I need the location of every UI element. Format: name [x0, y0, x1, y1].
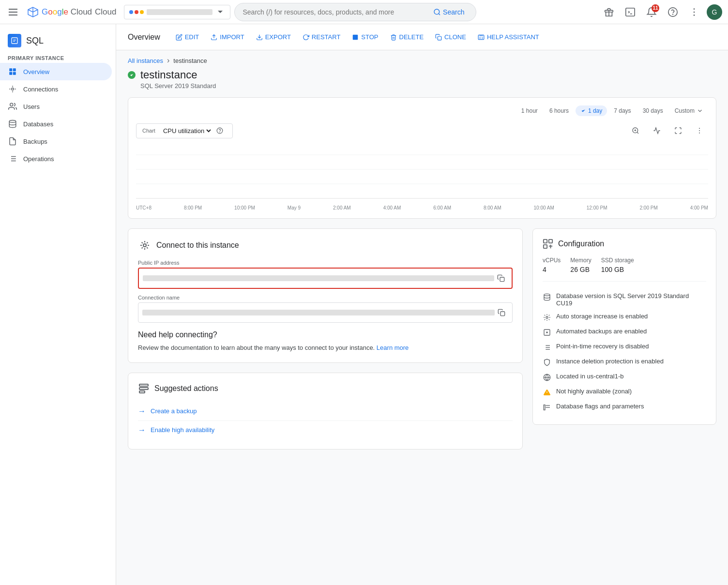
clone-icon — [435, 34, 442, 41]
chart-expand-button[interactable] — [669, 122, 687, 139]
gift-button[interactable] — [600, 3, 618, 21]
time-label-5: 4:00 AM — [383, 205, 401, 210]
time-custom-button[interactable]: Custom — [670, 105, 708, 116]
delete-icon — [390, 34, 397, 41]
delete-button[interactable]: DELETE — [384, 30, 430, 44]
project-selector[interactable] — [124, 5, 230, 19]
sidebar-item-databases[interactable]: Databases — [0, 115, 112, 133]
time-label-2: 10:00 PM — [234, 205, 255, 210]
edit-button[interactable]: EDIT — [170, 30, 205, 44]
connect-title-text: Connect to this instance — [156, 241, 239, 250]
arrow-icon-0: → — [138, 407, 146, 416]
google-cloud-icon — [27, 6, 39, 18]
clone-button[interactable]: CLONE — [429, 30, 472, 44]
learn-more-link[interactable]: Learn more — [377, 344, 409, 351]
google-cloud-logo[interactable]: Google Cloud Cloud — [27, 6, 116, 18]
sidebar-item-operations[interactable]: Operations — [0, 150, 112, 167]
avatar[interactable]: G — [707, 4, 722, 20]
search-input[interactable] — [243, 8, 429, 16]
connection-name-field — [138, 302, 513, 323]
chart-section: 1 hour 6 hours 1 day 7 days 30 days Cust… — [128, 97, 716, 219]
storage-label: SSD storage — [601, 257, 634, 264]
chart-type-select[interactable]: CPU utilization — [161, 127, 212, 135]
help-assistant-icon — [478, 34, 485, 41]
chart-more-button[interactable] — [691, 122, 708, 139]
overview-icon — [8, 67, 17, 76]
sidebar-backups-label: Backups — [23, 138, 47, 145]
svg-point-13 — [12, 88, 14, 90]
suggested-actions-icon — [138, 383, 150, 394]
help-desc-text: Review the documentation to learn about … — [138, 344, 375, 351]
copy-conn-icon — [498, 309, 505, 316]
warning-triangle-icon — [543, 389, 551, 396]
help-assistant-button[interactable]: HELP ASSISTANT — [472, 30, 545, 44]
svg-rect-11 — [9, 72, 12, 75]
instance-header: testinstance SQL Server 2019 Standard — [116, 67, 728, 97]
time-6h-button[interactable]: 6 hours — [545, 105, 574, 116]
import-icon — [211, 34, 217, 41]
public-ip-value — [143, 275, 494, 281]
help-button[interactable] — [664, 3, 682, 21]
storage-value: 100 GB — [601, 266, 634, 273]
export-button[interactable]: EXPORT — [250, 30, 297, 44]
instance-subtitle: SQL Server 2019 Standard — [128, 82, 716, 90]
svg-rect-41 — [139, 388, 148, 390]
time-7d-button[interactable]: 7 days — [609, 105, 636, 116]
breadcrumb-current: testinstance — [173, 57, 207, 64]
notifications-button[interactable]: 11 — [643, 3, 660, 21]
sidebar-item-overview[interactable]: Overview — [0, 63, 112, 80]
more-options-button[interactable] — [685, 3, 703, 21]
config-item-location: Located in us-central1-b — [543, 370, 706, 385]
suggestion-backup[interactable]: → Create a backup — [138, 402, 513, 421]
time-30d-button[interactable]: 30 days — [638, 105, 668, 116]
import-button[interactable]: IMPORT — [205, 30, 250, 44]
breadcrumb-all-instances[interactable]: All instances — [128, 57, 163, 64]
svg-point-14 — [10, 103, 13, 106]
config-title-text: Configuration — [558, 240, 604, 248]
time-custom-label: Custom — [675, 107, 695, 114]
time-label-11: 4:00 PM — [690, 205, 708, 210]
svg-point-46 — [544, 294, 550, 296]
search-button[interactable]: Search — [429, 6, 468, 18]
sidebar-item-backups[interactable]: Backups — [0, 133, 112, 150]
suggestion-ha[interactable]: → Enable high availability — [138, 421, 513, 439]
sub-header: Overview EDIT IMPORT EXPORT RESTART STOP — [116, 24, 728, 50]
time-1h-button[interactable]: 1 hour — [516, 105, 543, 116]
time-label-4: 2:00 AM — [333, 205, 351, 210]
search-bar[interactable]: Search — [234, 3, 476, 21]
svg-rect-40 — [139, 384, 148, 386]
export-icon — [256, 34, 263, 41]
chevron-down-icon — [215, 7, 225, 17]
config-item-deletion: Instance deletion protection is enabled — [543, 355, 706, 370]
terminal-button[interactable] — [622, 3, 639, 21]
config-flags-text: Database flags and parameters — [556, 403, 644, 410]
copy-conn-button[interactable] — [495, 306, 508, 319]
sidebar-item-users[interactable]: Users — [0, 98, 112, 115]
sidebar-item-connections[interactable]: Connections — [0, 80, 112, 98]
svg-rect-43 — [544, 240, 547, 243]
time-1d-label: 1 day — [588, 107, 602, 114]
svg-point-47 — [546, 316, 548, 318]
memory-value: 26 GB — [570, 266, 591, 273]
chart-lines-button[interactable] — [648, 122, 666, 139]
copy-ip-button[interactable] — [494, 271, 508, 285]
databases-icon — [8, 119, 17, 129]
restart-button[interactable]: RESTART — [297, 30, 346, 44]
chart-zoom-button[interactable] — [627, 122, 644, 139]
time-1d-button[interactable]: 1 day — [576, 105, 607, 116]
public-ip-label: Public IP address — [138, 260, 513, 266]
public-ip-field — [138, 268, 513, 289]
config-item-db-version: Database version is SQL Server 2019 Stan… — [543, 289, 706, 310]
database-version-icon — [543, 293, 551, 301]
chart-svg — [136, 145, 708, 203]
location-icon — [543, 373, 551, 382]
stop-button[interactable]: STOP — [346, 30, 384, 44]
connection-name-label: Connection name — [138, 295, 513, 300]
backups-icon — [8, 136, 17, 146]
export-label: EXPORT — [265, 33, 291, 41]
menu-button[interactable] — [6, 3, 23, 21]
connect-title: Connect to this instance — [138, 239, 513, 252]
config-title: Configuration — [543, 239, 706, 249]
chart-select-wrapper[interactable]: Chart CPU utilization — [136, 123, 233, 138]
nav-icons: 11 G — [600, 3, 722, 21]
